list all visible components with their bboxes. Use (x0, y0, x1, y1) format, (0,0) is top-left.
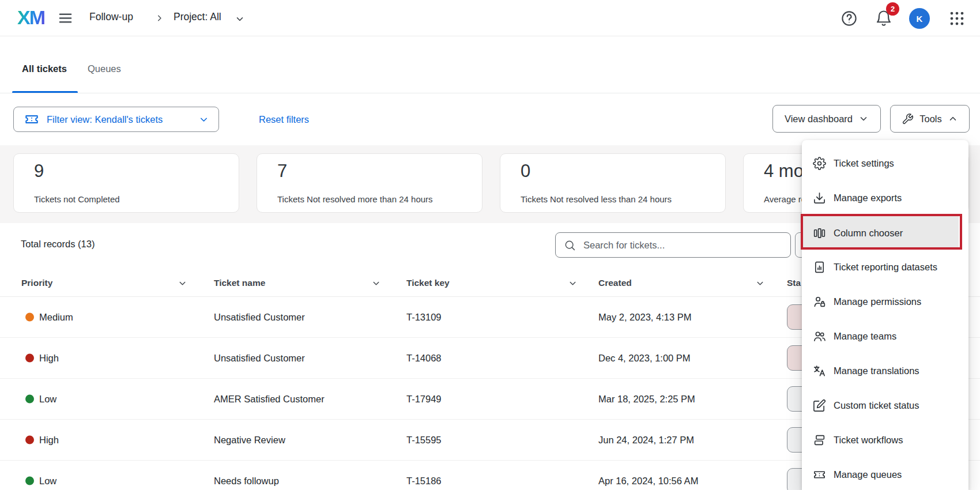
stat-value: 9 (34, 161, 44, 182)
created-cell: Mar 18, 2025, 2:25 PM (598, 394, 695, 405)
breadcrumb-project-dropdown[interactable]: Project: All (174, 11, 221, 23)
reset-filters-link[interactable]: Reset filters (259, 114, 309, 125)
menu-item-label: Ticket settings (834, 158, 894, 169)
priority-cell: Medium (39, 312, 73, 323)
report-document-icon (813, 261, 826, 274)
ticket-name-cell: Unsatisfied Customer (214, 353, 305, 364)
people-icon (813, 330, 826, 343)
hamburger-menu-icon[interactable] (58, 10, 73, 26)
chevron-down-icon[interactable] (235, 14, 245, 24)
chevron-down-icon[interactable] (371, 278, 381, 288)
chevron-down-icon (858, 114, 869, 124)
filter-view-dropdown[interactable]: Filter view: Kendall's tickets (13, 107, 219, 132)
chevron-up-icon (948, 114, 958, 124)
search-icon (564, 239, 576, 251)
menu-item-column-chooser[interactable]: Column chooser (802, 215, 959, 250)
ticket-key-cell: T-13109 (406, 312, 442, 323)
priority-dot (25, 354, 34, 363)
chevron-down-icon[interactable] (755, 278, 765, 288)
ticket-key-cell: T-15595 (406, 435, 442, 446)
ticket-name-cell: Needs followup (214, 476, 279, 487)
notification-badge: 2 (886, 2, 899, 16)
menu-item-custom-ticket-status[interactable]: Custom ticket status (802, 388, 968, 423)
tools-label: Tools (919, 114, 942, 125)
tab-queues[interactable]: Queues (88, 63, 121, 74)
ticket-name-cell: Unsatisfied Customer (214, 312, 305, 323)
created-cell: Jun 24, 2024, 1:27 PM (598, 435, 694, 446)
view-dashboard-label: View dashboard (785, 114, 853, 125)
menu-item-label: Column chooser (834, 228, 903, 239)
total-records-label: Total records (13) (21, 239, 95, 250)
menu-item-label: Manage permissions (834, 296, 921, 307)
stat-value: 7 (277, 161, 287, 182)
columns-icon (813, 227, 826, 240)
person-lock-icon (813, 295, 826, 308)
edit-square-icon (813, 399, 826, 412)
search-input[interactable] (582, 239, 783, 251)
ticket-name-cell: AMER Satisfied Customer (214, 394, 325, 405)
chevron-right-icon (154, 13, 164, 23)
avatar[interactable]: K (909, 8, 930, 29)
menu-item-label: Manage queues (834, 469, 902, 480)
menu-item-label: Manage translations (834, 365, 919, 376)
column-header-priority: Priority (21, 278, 52, 288)
menu-item-manage-teams[interactable]: Manage teams (802, 319, 968, 353)
menu-item-label: Manage exports (834, 193, 902, 203)
chevron-down-icon (198, 114, 209, 125)
ticket-key-cell: T-17949 (406, 394, 442, 405)
created-cell: Dec 4, 2023, 1:00 PM (598, 353, 691, 364)
column-header-created: Created (598, 278, 632, 288)
stat-label: Tickets Not resolved less than 24 hours (521, 194, 672, 204)
priority-cell: Low (39, 394, 56, 405)
stat-label: Tickets not Completed (34, 194, 120, 204)
column-header-ticket-name: Ticket name (214, 278, 265, 288)
stat-card-not-completed: 9 Tickets not Completed (13, 153, 239, 213)
chevron-down-icon[interactable] (568, 278, 578, 288)
menu-item-manage-translations[interactable]: Manage translations (802, 353, 968, 388)
ticket-icon (813, 468, 826, 481)
tabs-divider (0, 93, 980, 93)
download-icon (813, 191, 826, 205)
apps-grid-icon[interactable] (948, 10, 966, 27)
ticket-key-cell: T-14068 (406, 353, 442, 364)
ticket-icon (24, 112, 39, 127)
search-box[interactable] (555, 232, 791, 258)
menu-item-manage-exports[interactable]: Manage exports (802, 180, 968, 215)
priority-cell: Low (39, 476, 56, 487)
priority-dot (25, 436, 34, 444)
stat-label: Average re (764, 194, 806, 204)
stat-value: 0 (521, 161, 530, 182)
tools-button[interactable]: Tools (890, 105, 970, 133)
menu-item-label: Custom ticket status (834, 400, 919, 411)
created-cell: Apr 16, 2024, 10:56 AM (598, 476, 698, 487)
priority-cell: High (39, 435, 59, 446)
ticket-name-cell: Negative Review (214, 435, 285, 446)
workflow-icon (813, 434, 826, 447)
tools-menu: Ticket settings Manage exports Column ch… (802, 140, 968, 490)
column-header-status: Sta (787, 278, 801, 288)
view-dashboard-button[interactable]: View dashboard (772, 105, 881, 133)
stat-label: Tickets Not resolved more than 24 hours (277, 194, 433, 204)
menu-item-label: Manage teams (834, 331, 896, 342)
ticket-key-cell: T-15186 (406, 476, 442, 487)
translate-icon (813, 364, 826, 378)
menu-item-label: Ticket workflows (834, 435, 903, 446)
wrench-icon (902, 113, 914, 125)
stat-card-over-24h: 7 Tickets Not resolved more than 24 hour… (257, 153, 483, 213)
menu-item-ticket-settings[interactable]: Ticket settings (802, 146, 968, 180)
menu-item-label: Ticket reporting datasets (834, 262, 937, 273)
menu-item-manage-queues[interactable]: Manage queues (802, 457, 968, 490)
top-bar: XM Follow-up Project: All 2 K (0, 0, 980, 36)
help-icon[interactable] (840, 10, 858, 27)
menu-item-ticket-reporting-datasets[interactable]: Ticket reporting datasets (802, 250, 968, 284)
created-cell: May 2, 2023, 4:13 PM (598, 312, 691, 323)
priority-dot (25, 395, 34, 404)
chevron-down-icon[interactable] (178, 278, 187, 288)
menu-item-ticket-workflows[interactable]: Ticket workflows (802, 423, 968, 457)
menu-item-manage-permissions[interactable]: Manage permissions (802, 284, 968, 319)
priority-cell: High (39, 353, 59, 364)
priority-dot (25, 477, 34, 485)
column-header-ticket-key: Ticket key (406, 278, 450, 288)
filter-view-label: Filter view: Kendall's tickets (47, 114, 163, 125)
tab-all-tickets[interactable]: All tickets (22, 63, 67, 74)
